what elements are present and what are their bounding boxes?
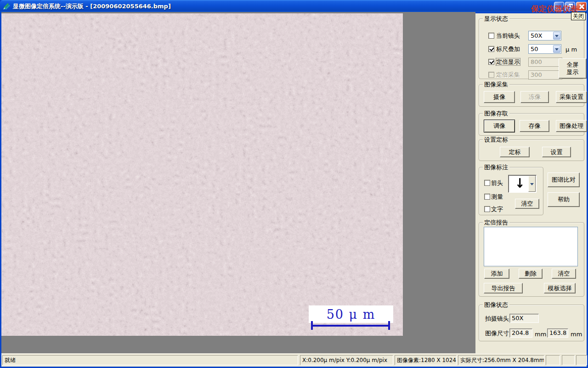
image-storage-group: 图像存取 调像 存像 图像处理	[479, 113, 584, 136]
shoot-lens-field: 50X	[509, 314, 539, 323]
app-icon	[3, 2, 11, 10]
report-title: 定倍报告	[483, 219, 509, 226]
status-empty-3	[576, 355, 587, 365]
calibrate-button[interactable]: 定标	[500, 147, 530, 157]
report-add-button[interactable]: 添加	[484, 269, 509, 279]
fixed-capture-input: 300	[528, 70, 562, 80]
status-pixel-scale: X:0.200μ m/pix Y:0.200μ m/pix	[300, 355, 393, 365]
fixed-display-label[interactable]: 定倍显示	[496, 58, 520, 65]
status-empty-2	[562, 355, 575, 365]
text-label[interactable]: 文字	[491, 206, 503, 213]
status-actual-size: 实际尺寸:256.0mm X 204.8mm	[458, 355, 544, 365]
current-lens-combobox[interactable]: 50X	[528, 31, 561, 40]
scale-bar-line	[312, 325, 389, 327]
current-lens-value: 50X	[531, 32, 542, 39]
template-select-button[interactable]: 模板选择	[544, 283, 576, 293]
status-ready: 就绪	[2, 355, 298, 365]
app-window: 显微图像定倍系统--演示版 - [20090602055646.bmp] 保定仪…	[0, 0, 588, 368]
measure-checkbox[interactable]	[484, 194, 490, 200]
calibration-group: 设置定标 定标 设置	[479, 139, 584, 161]
report-listbox[interactable]	[484, 227, 578, 266]
status-bar: 就绪 X:0.200μ m/pix Y:0.200μ m/pix 图像像素:12…	[1, 353, 587, 367]
report-clear-button[interactable]: 清空	[552, 269, 576, 279]
arrow-checkbox[interactable]	[484, 180, 490, 186]
report-delete-button[interactable]: 删除	[519, 269, 543, 279]
shoot-lens-label: 拍摄镜头	[485, 315, 509, 322]
image-height-unit: mm	[571, 331, 582, 338]
close-tooltip: 关闭	[571, 12, 586, 20]
ruler-unit-label: μ m	[565, 46, 577, 53]
status-empty-1	[546, 355, 560, 365]
microscope-image-view[interactable]: 50 μ m	[1, 13, 403, 336]
fullscreen-button[interactable]: 全屏 显示	[559, 58, 587, 79]
title-bar[interactable]: 显微图像定倍系统--演示版 - [20090602055646.bmp] 保定仪…	[0, 0, 588, 12]
micrograph-texture	[1, 13, 403, 336]
display-status-group: 显示状态 当前镜头 50X 标尺叠加 50 μ m 定倍显示 800 定倍采集 …	[479, 18, 584, 79]
annotation-group: 图像标注 箭头 测量 文字 ↓ 清空	[479, 167, 543, 215]
minimize-button[interactable]	[554, 2, 564, 11]
help-button[interactable]: 帮助	[548, 192, 580, 207]
calibration-setup-button[interactable]: 设置	[542, 147, 571, 157]
image-status-group: 图像状态 拍摄镜头 50X 图像尺寸 204.8 mm 163.8 mm	[479, 305, 584, 341]
freeze-button: 冻像	[520, 91, 549, 103]
scale-bar-tick-right	[388, 321, 390, 330]
image-capture-group: 图像采集 摄像 冻像 采集设置	[479, 84, 584, 107]
report-group: 定倍报告 添加 删除 清空 导出报告 模板选择	[479, 222, 584, 297]
measure-label[interactable]: 测量	[491, 193, 503, 200]
image-width-unit: mm	[535, 331, 546, 338]
current-lens-label[interactable]: 当前镜头	[496, 32, 520, 39]
text-checkbox[interactable]	[484, 206, 490, 212]
load-image-button[interactable]: 调像	[484, 120, 515, 132]
capture-settings-button[interactable]: 采集设置	[556, 91, 587, 103]
image-status-title: 图像状态	[483, 301, 509, 308]
chevron-down-icon[interactable]	[528, 176, 536, 192]
down-arrow-icon: ↓	[515, 176, 525, 191]
ruler-length-value: 50	[531, 46, 538, 52]
window-title: 显微图像定倍系统--演示版 - [20090602055646.bmp]	[13, 2, 171, 11]
scale-bar-label-box: 50 μ m	[309, 305, 393, 323]
display-status-title: 显示状态	[483, 15, 509, 22]
chevron-down-icon[interactable]	[553, 32, 560, 40]
image-height-field: 163.8	[547, 328, 568, 338]
restore-button[interactable]	[565, 2, 575, 11]
scale-bar-label: 50 μ m	[327, 307, 376, 322]
minimize-icon	[556, 8, 561, 9]
ruler-overlay-checkbox[interactable]	[488, 46, 494, 52]
annotation-title: 图像标注	[483, 164, 509, 171]
fixed-display-checkbox[interactable]	[488, 59, 494, 65]
atlas-compare-button[interactable]: 图谱比对	[548, 172, 580, 187]
control-panel: 显示状态 当前镜头 50X 标尺叠加 50 μ m 定倍显示 800 定倍采集 …	[475, 13, 587, 353]
ruler-length-combobox[interactable]: 50	[528, 44, 561, 54]
image-size-label: 图像尺寸	[485, 330, 509, 337]
annotation-clear-button[interactable]: 清空	[515, 199, 539, 209]
close-button[interactable]	[576, 2, 587, 11]
fixed-display-input: 800	[528, 58, 562, 67]
image-storage-title: 图像存取	[483, 110, 509, 117]
camera-button[interactable]: 摄像	[484, 91, 515, 103]
fixed-capture-checkbox	[488, 72, 494, 78]
arrow-label[interactable]: 箭头	[491, 179, 503, 186]
image-width-field: 204.8	[509, 328, 532, 338]
image-capture-title: 图像采集	[483, 81, 509, 88]
scale-bar-tick-left	[311, 321, 313, 330]
image-process-button[interactable]: 图像处理	[556, 120, 587, 132]
current-lens-checkbox[interactable]	[488, 33, 494, 39]
export-report-button[interactable]: 导出报告	[484, 283, 523, 293]
status-image-pixels: 图像像素:1280 X 1024	[395, 355, 457, 365]
save-image-button[interactable]: 存像	[520, 120, 549, 132]
calibration-title: 设置定标	[483, 136, 509, 143]
chevron-down-icon[interactable]	[553, 45, 560, 53]
ruler-overlay-label[interactable]: 标尺叠加	[496, 46, 520, 52]
arrow-style-combobox[interactable]: ↓	[508, 175, 537, 193]
fixed-capture-label: 定倍采集	[496, 71, 520, 78]
